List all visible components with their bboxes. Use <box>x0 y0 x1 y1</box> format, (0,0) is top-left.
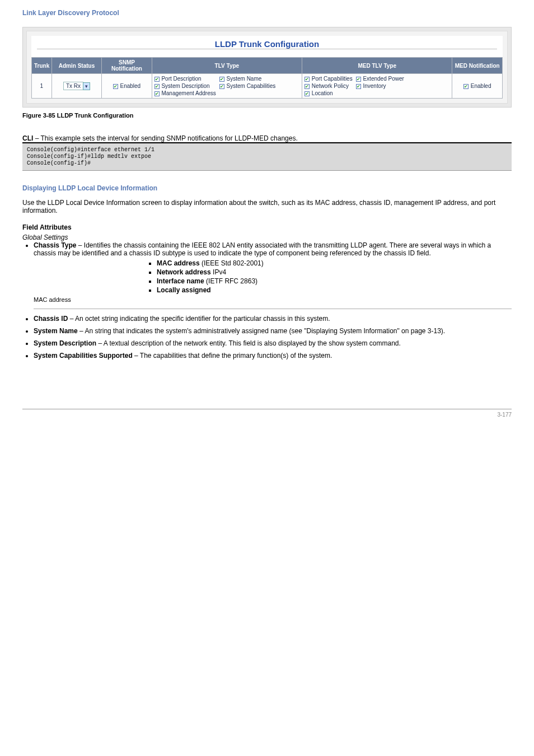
list-item: Locally assigned <box>157 286 512 294</box>
tlv-sys-desc-checkbox[interactable] <box>154 84 160 89</box>
section-heading: Displaying LLDP Local Device Information <box>22 184 512 192</box>
snmp-checkbox[interactable] <box>113 84 118 89</box>
cli-label: CLI <box>22 134 33 142</box>
tlv-sys-cap-checkbox[interactable] <box>219 84 224 89</box>
table-row: 1 Tx Rx▾ Enabled <box>32 74 503 99</box>
cell-snmp: Enabled <box>102 74 152 99</box>
footer-right: 3-177 <box>497 412 512 418</box>
sub-list: MAC address (IEEE Std 802-2001) Network … <box>157 259 512 294</box>
page-footer: 3-177 <box>22 409 512 418</box>
cell-med: Port Capabilities Network Policy Locatio… <box>302 74 452 99</box>
running-header: Link Layer Discovery Protocol <box>22 9 512 17</box>
med-inventory-checkbox[interactable] <box>356 84 361 89</box>
cell-tlv: Port Description System Description Mana… <box>152 74 302 99</box>
admin-status-select[interactable]: Tx Rx▾ <box>63 82 90 90</box>
list-item: Chassis ID – An octet string indicating … <box>34 315 512 323</box>
col-header-snmp: SNMP Notification <box>102 58 152 74</box>
list-item: MAC address (IEEE Std 802-2001) <box>157 259 512 267</box>
list-item: System Description – A textual descripti… <box>34 339 512 347</box>
tlv-port-desc-checkbox[interactable] <box>154 77 160 82</box>
cell-trunk: 1 <box>32 74 52 99</box>
col-header-med: MED TLV Type <box>302 58 452 74</box>
cli-code-block: Console(config)#interface ethernet 1/1 C… <box>22 142 512 171</box>
tlv-mgmt-addr-checkbox[interactable] <box>154 91 160 96</box>
list-item: Network address IPv4 <box>157 268 512 276</box>
cell-mednot: Enabled <box>452 74 503 99</box>
list-item: Interface name (IETF RFC 2863) <box>157 277 512 285</box>
med-ext-power-checkbox[interactable] <box>356 77 361 82</box>
lldp-config-table: Trunk Admin Status SNMP Notification TLV… <box>31 57 503 99</box>
global-settings-label: Global Settings <box>22 234 512 241</box>
section-intro: Use the LLDP Local Device Information sc… <box>22 199 512 214</box>
field-attributes-heading: Field Attributes <box>22 223 512 231</box>
snmp-label: Enabled <box>120 83 140 89</box>
med-port-cap-checkbox[interactable] <box>305 77 310 82</box>
cli-intro: – This example sets the interval for sen… <box>33 134 297 142</box>
col-header-admin: Admin Status <box>51 58 101 74</box>
default-setting: MAC address <box>34 296 512 303</box>
tlv-sys-name-checkbox[interactable] <box>219 77 224 82</box>
col-header-tlv: TLV Type <box>152 58 302 74</box>
chevron-down-icon: ▾ <box>83 82 90 90</box>
list-item: System Name – An string that indicates t… <box>34 327 512 335</box>
med-net-policy-checkbox[interactable] <box>305 84 310 89</box>
col-header-mednot: MED Notification <box>452 58 503 74</box>
divider <box>34 309 512 309</box>
list-item: Chassis Type – Identifies the chassis co… <box>34 241 512 309</box>
list-item: System Capabilities Supported – The capa… <box>34 352 512 360</box>
mednot-label: Enabled <box>471 83 491 89</box>
mednot-checkbox[interactable] <box>463 84 469 89</box>
param-list: Chassis Type – Identifies the chassis co… <box>34 241 512 360</box>
figure-title: LLDP Trunk Configuration <box>215 39 319 49</box>
cli-section: CLI – This example sets the interval for… <box>22 134 512 142</box>
med-location-checkbox[interactable] <box>305 91 310 96</box>
figure-lldp-trunk-config: LLDP Trunk Configuration Trunk Admin Sta… <box>22 27 512 108</box>
col-header-trunk: Trunk <box>32 58 52 74</box>
cell-admin: Tx Rx▾ <box>51 74 101 99</box>
figure-caption: Figure 3-85 LLDP Trunk Configuration <box>22 112 512 119</box>
